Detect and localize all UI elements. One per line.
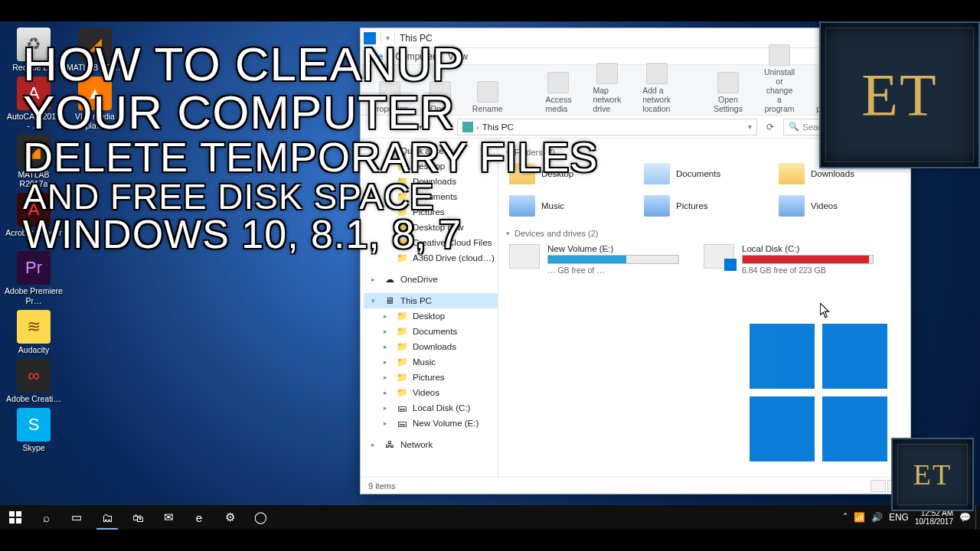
- expand-icon[interactable]: ▸: [384, 404, 391, 412]
- ribbon-tab-file[interactable]: File: [368, 51, 383, 62]
- expand-icon[interactable]: ▸: [384, 373, 391, 381]
- nav-up-button[interactable]: ↑: [434, 119, 452, 135]
- taskbar-clock[interactable]: 12:52 AM 10/18/2017: [915, 509, 953, 526]
- nav-item-label: New Volume (E:): [413, 419, 479, 428]
- folder-tile[interactable]: Desktop: [506, 160, 633, 187]
- folder-tile[interactable]: Music: [506, 192, 633, 220]
- drive-tile[interactable]: New Volume (E:)… GB free of …: [506, 241, 682, 278]
- ribbon-button[interactable]: Access media: [546, 72, 572, 113]
- drive-usage-bar: [742, 255, 874, 264]
- ribbon-button[interactable]: Rename: [472, 81, 503, 113]
- expand-icon[interactable]: ▸: [384, 358, 391, 366]
- breadcrumb-root[interactable]: This PC: [482, 122, 514, 132]
- expand-icon[interactable]: ▸: [384, 312, 391, 320]
- nav-item[interactable]: ▸☁OneDrive: [364, 272, 498, 287]
- expand-icon[interactable]: ▸: [384, 343, 391, 350]
- ribbon-button[interactable]: Add a network location: [642, 63, 671, 113]
- action-center-icon[interactable]: 💬: [959, 512, 971, 523]
- desktop-icon-label: Acrobat Reader DC: [5, 228, 63, 246]
- content-pane[interactable]: Folders (7) DesktopDocumentsDownloadsMus…: [498, 139, 910, 477]
- ribbon-button[interactable]: Map network drive: [593, 63, 621, 113]
- refresh-button[interactable]: ⟳: [762, 119, 779, 135]
- desktop-icon[interactable]: AAutoCAD 2017 - …: [5, 77, 63, 130]
- ribbon-button[interactable]: Open: [430, 81, 451, 113]
- app-icon: Pr: [17, 251, 51, 285]
- expand-icon[interactable]: ▸: [384, 389, 391, 396]
- breadcrumb-chevron-icon[interactable]: ›: [476, 122, 479, 132]
- desktop-icon[interactable]: ◢MATLAB R20…: [66, 28, 124, 72]
- folder-tile[interactable]: Pictures: [641, 192, 768, 220]
- taskbar-search-button[interactable]: ⌕: [31, 505, 61, 530]
- tray-volume-icon[interactable]: 🔊: [871, 512, 883, 523]
- desktop-icon[interactable]: SSkype: [5, 408, 63, 452]
- nav-forward-button[interactable]: →: [388, 119, 407, 135]
- expand-icon[interactable]: ▾: [371, 297, 379, 305]
- taskbar-obs[interactable]: ◯: [245, 505, 276, 530]
- desktop-icon[interactable]: ∞Adobe Creati…: [5, 359, 63, 403]
- navigation-pane[interactable]: ▾★Quick access📁Desktop📁Downloads📁Documen…: [361, 139, 498, 477]
- nav-item[interactable]: ▸📁Downloads: [364, 339, 498, 354]
- nav-item[interactable]: 📁Documents: [364, 189, 498, 204]
- ribbon-button[interactable]: Properties: [371, 81, 408, 113]
- desktop-icon[interactable]: ▲VLC media pla…: [66, 77, 124, 130]
- folder-tile[interactable]: Documents: [641, 160, 768, 187]
- nav-item[interactable]: ▸📁Pictures: [364, 370, 498, 385]
- show-desktop-button[interactable]: [975, 505, 980, 530]
- drive-tile[interactable]: Local Disk (C:)6.84 GB free of 223 GB: [701, 241, 877, 278]
- nav-item[interactable]: ▸🖴Local Disk (C:): [364, 400, 498, 416]
- desktop-icon[interactable]: PrAdobe Premiere Pr…: [5, 251, 63, 305]
- nav-item[interactable]: ▸🖧Network: [364, 437, 498, 452]
- nav-item[interactable]: 📁Desktop: [364, 158, 498, 174]
- nav-item[interactable]: 📁Desktop new: [364, 220, 498, 235]
- folder-grid: DesktopDocumentsDownloadsMusicPicturesVi…: [506, 160, 903, 220]
- nav-back-button[interactable]: ←: [365, 119, 384, 135]
- tray-language[interactable]: ENG: [889, 512, 909, 523]
- desktop-icon[interactable]: ◢MATLAB R2017a: [5, 135, 63, 188]
- ribbon-button[interactable]: Uninstall or change a program: [764, 44, 795, 113]
- nav-item-label: Downloads: [413, 342, 456, 351]
- folder-tile[interactable]: Videos: [776, 192, 903, 220]
- ribbon-tab-view[interactable]: View: [448, 51, 468, 62]
- desktop-icon[interactable]: ♻Recycle Bin: [5, 28, 63, 72]
- expand-icon[interactable]: ▾: [371, 147, 379, 155]
- nav-item[interactable]: ▸📁Videos: [364, 385, 498, 400]
- clock-date: 10/18/2017: [915, 517, 953, 526]
- taskbar-mail[interactable]: ✉: [153, 505, 184, 530]
- nav-item[interactable]: ▸📁Documents: [364, 324, 498, 339]
- desktop-icon[interactable]: ≋Audacity: [5, 310, 63, 354]
- expand-icon[interactable]: ▸: [371, 441, 379, 448]
- taskbar-taskview-button[interactable]: ▭: [61, 505, 92, 530]
- expand-icon[interactable]: ▸: [384, 328, 391, 335]
- nav-item[interactable]: 📁Creative Cloud Files: [364, 235, 498, 250]
- desktop-icon[interactable]: AAcrobat Reader DC: [5, 193, 63, 246]
- nav-item[interactable]: ▸🖴New Volume (E:): [364, 416, 498, 431]
- taskbar-file-explorer[interactable]: 🗂: [92, 505, 122, 530]
- ribbon-tab-computer[interactable]: Computer: [395, 51, 436, 62]
- taskbar-settings[interactable]: ⚙: [214, 505, 245, 530]
- nav-item[interactable]: ▾★Quick access: [364, 143, 498, 158]
- tray-overflow-icon[interactable]: ˄: [843, 512, 848, 523]
- taskbar-edge[interactable]: e: [184, 505, 214, 530]
- drive-usage-bar: [547, 255, 679, 264]
- titlebar-divider-2: [394, 32, 395, 44]
- expand-icon[interactable]: ▸: [384, 419, 391, 427]
- ribbon-button[interactable]: Open Settings: [714, 72, 743, 113]
- nav-item[interactable]: ▸📁Desktop: [364, 308, 498, 324]
- nav-item[interactable]: 📁A360 Drive (cloud…): [364, 250, 498, 266]
- taskbar-store[interactable]: 🛍: [122, 505, 153, 530]
- nav-recent-button[interactable]: ▾: [411, 119, 430, 135]
- qat-down-icon[interactable]: ▾: [386, 34, 390, 42]
- nav-item[interactable]: 📁Pictures: [364, 204, 498, 220]
- view-details-button[interactable]: [871, 480, 886, 492]
- app-icon: ∞: [17, 359, 51, 393]
- breadcrumb[interactable]: › This PC ▾: [457, 119, 757, 135]
- nav-item[interactable]: ▾🖥This PC: [364, 293, 498, 308]
- tray-network-icon[interactable]: 📶: [854, 512, 865, 523]
- nav-item[interactable]: ▸📁Music: [364, 354, 498, 370]
- start-button[interactable]: [0, 505, 31, 530]
- breadcrumb-drop-icon[interactable]: ▾: [748, 122, 752, 131]
- drives-header[interactable]: Devices and drives (2): [506, 229, 903, 238]
- taskbar[interactable]: ⌕ ▭ 🗂 🛍 ✉ e ⚙ ◯ ˄ 📶 🔊 ENG 12:52 AM 10/18…: [0, 505, 980, 530]
- expand-icon[interactable]: ▸: [371, 276, 379, 283]
- nav-item[interactable]: 📁Downloads: [364, 174, 498, 189]
